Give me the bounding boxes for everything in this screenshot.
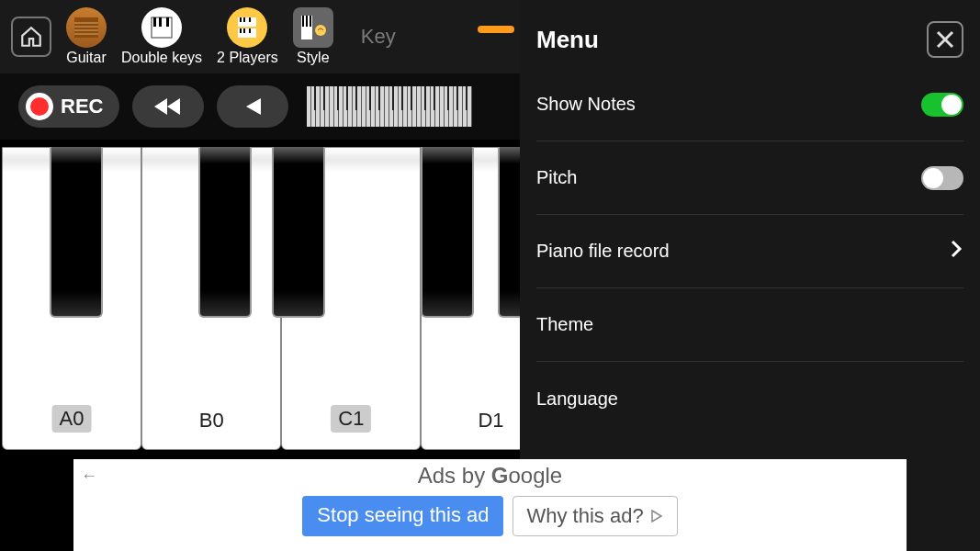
toggle[interactable] [921, 166, 963, 190]
nav-label: Style [297, 50, 330, 66]
svg-rect-20 [310, 16, 311, 27]
svg-rect-7 [159, 17, 162, 27]
black-key[interactable] [198, 147, 252, 318]
svg-rect-8 [166, 17, 169, 27]
play-reverse-button[interactable] [217, 85, 288, 128]
two-players-icon [227, 7, 267, 48]
nav-guitar[interactable]: Guitar [66, 7, 107, 66]
menu-item-label: Piano file record [536, 241, 670, 262]
black-key[interactable] [50, 147, 103, 318]
ad-stop-button[interactable]: Stop seeing this ad [302, 496, 503, 536]
svg-rect-6 [153, 17, 156, 27]
key-label: A0 [52, 405, 92, 433]
style-icon [293, 7, 333, 48]
svg-rect-11 [243, 17, 245, 22]
black-key[interactable] [272, 147, 325, 318]
nav-label: Double keys [121, 50, 202, 66]
menu-item-show-notes[interactable]: Show Notes [536, 68, 963, 141]
svg-rect-16 [249, 28, 251, 33]
menu-item-language[interactable]: Language [536, 362, 963, 435]
key-label: B0 [199, 409, 224, 433]
menu-item-label: Language [536, 388, 618, 410]
close-button[interactable] [927, 21, 963, 58]
svg-rect-0 [74, 17, 98, 38]
black-key[interactable] [421, 147, 474, 318]
menu-item-label: Pitch [536, 167, 577, 188]
ad-why-button[interactable]: Why this ad? [513, 496, 677, 536]
ad-banner: ← Ads by Google Stop seeing this ad Why … [73, 459, 907, 551]
key-label: Key [361, 25, 396, 49]
ad-header: Ads by Google [73, 459, 907, 489]
svg-point-21 [315, 25, 326, 36]
menu-item-piano-file-record[interactable]: Piano file record [536, 215, 963, 288]
menu-item-label: Show Notes [536, 94, 636, 115]
ad-back-icon[interactable]: ← [81, 467, 97, 486]
svg-rect-15 [243, 28, 245, 33]
menu-item-label: Theme [536, 314, 593, 335]
nav-double-keys[interactable]: Double keys [121, 7, 202, 66]
record-button[interactable]: REC [18, 85, 119, 128]
svg-rect-19 [306, 16, 308, 27]
menu-title: Menu [536, 26, 599, 54]
record-label: REC [61, 95, 103, 118]
svg-rect-18 [302, 16, 304, 27]
home-button[interactable] [11, 17, 51, 57]
guitar-icon [66, 7, 107, 48]
menu-item-theme[interactable]: Theme [536, 288, 963, 362]
key-label: C1 [331, 405, 371, 433]
toggle[interactable] [921, 93, 963, 117]
double-keys-icon [141, 7, 182, 48]
mini-piano-overview[interactable] [307, 86, 472, 127]
svg-rect-14 [240, 28, 242, 33]
record-icon [26, 93, 53, 120]
nav-style[interactable]: Style [293, 7, 333, 66]
svg-rect-10 [240, 17, 242, 22]
svg-rect-12 [249, 17, 251, 22]
rewind-button[interactable] [132, 85, 204, 128]
adchoices-icon [649, 509, 664, 523]
nav-two-players[interactable]: 2 Players [217, 7, 278, 66]
nav-label: Guitar [66, 50, 107, 66]
key-label: D1 [478, 409, 503, 433]
keys-slider-handle[interactable] [478, 26, 514, 33]
chevron-right-icon [949, 238, 963, 264]
menu-item-pitch[interactable]: Pitch [536, 141, 963, 215]
nav-label: 2 Players [217, 50, 278, 66]
